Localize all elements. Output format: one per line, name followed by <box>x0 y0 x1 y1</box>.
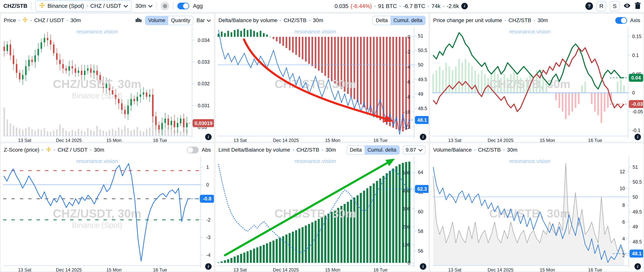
dot-separator <box>54 147 56 153</box>
stat-trades-delta: -2.6k <box>447 3 459 9</box>
svg-text:0.1: 0.1 <box>632 53 639 58</box>
timeframe-dropdown[interactable]: 30m <box>135 3 152 9</box>
binance-icon <box>46 146 52 154</box>
info-icon[interactable] <box>420 263 426 270</box>
dot-separator <box>428 3 429 9</box>
volume-bars-icon[interactable] <box>136 17 142 24</box>
trash-icon[interactable] <box>634 2 641 10</box>
svg-text:13 Sat: 13 Sat <box>18 267 32 272</box>
svg-text:12: 12 <box>620 169 625 174</box>
market-selector-dropdown[interactable]: Binance (Spot) CHZ / USDT <box>36 1 132 12</box>
eye-icon[interactable] <box>623 3 631 10</box>
toggle-knob <box>183 3 188 9</box>
chevron-down-icon <box>148 3 153 9</box>
svg-text:48.1: 48.1 <box>632 251 642 256</box>
dot-separator <box>280 17 282 24</box>
toggle-knob <box>621 18 626 23</box>
svg-text:-10: -10 <box>404 109 410 115</box>
divider <box>31 2 32 10</box>
svg-text:64: 64 <box>418 169 423 175</box>
svg-text:15 Mon: 15 Mon <box>325 267 340 272</box>
svg-text:10: 10 <box>620 186 625 191</box>
volume-balance-chart[interactable]: resonance.visionCHZ/STB, 30m13 SatDec 14… <box>430 155 643 272</box>
pair-label: CHZ / USDT <box>90 3 122 9</box>
panel-title: Z-Score (price) <box>4 147 40 153</box>
zscore-chart[interactable]: resonance.visionCHZ/USDT, 30mBinance (Sp… <box>1 155 214 272</box>
info-icon[interactable] <box>420 134 426 140</box>
axis-toggle[interactable] <box>615 17 627 24</box>
svg-text:-0.03: -0.03 <box>632 101 643 107</box>
timeframe-label: 30m <box>135 3 146 9</box>
limit-delta-chart[interactable]: resonance.visionCHZ/STB, 30m13 SatDec 14… <box>216 155 428 272</box>
agg-toggle[interactable] <box>177 3 189 9</box>
svg-text:0: 0 <box>206 182 209 187</box>
svg-text:48.1: 48.1 <box>417 117 427 123</box>
panel-title: Delta/Balance by volume <box>218 17 278 24</box>
info-icon[interactable] <box>634 263 641 270</box>
svg-text:-12: -12 <box>404 124 410 130</box>
dot-separator <box>90 147 92 153</box>
abs-toggle[interactable] <box>187 147 199 153</box>
help-button[interactable]: ? <box>586 2 593 10</box>
dot-separator <box>504 17 506 24</box>
svg-text:60: 60 <box>418 209 423 214</box>
svg-text:62.3: 62.3 <box>417 186 427 192</box>
svg-text:50.5: 50.5 <box>632 179 642 185</box>
panel-symbol: CHZ/STB <box>296 147 319 153</box>
svg-text:-2: -2 <box>206 217 210 222</box>
dot-separator <box>86 3 88 9</box>
stat-change-pct: (-6.44%) <box>351 3 372 9</box>
svg-text:-2: -2 <box>406 49 410 55</box>
info-icon[interactable] <box>634 134 641 140</box>
dot-separator <box>503 147 505 153</box>
price-change-chart[interactable]: resonance.visionCHZ/STB, 30m13 SatDec 14… <box>430 25 643 143</box>
svg-text:49: 49 <box>418 91 423 97</box>
segment-quantity[interactable]: Quantity <box>168 16 193 25</box>
stat-volume: 91 BTC <box>378 3 397 9</box>
s-button[interactable]: S <box>610 1 620 11</box>
stat-price: 0.035 <box>334 3 348 9</box>
panel-title: Price <box>4 17 16 24</box>
segment-cumul-delta[interactable]: Cumul. delta <box>365 146 399 154</box>
svg-text:4: 4 <box>622 236 625 241</box>
r-button[interactable]: R <box>596 1 606 11</box>
svg-text:48.5: 48.5 <box>418 106 427 111</box>
divider <box>173 2 174 10</box>
svg-text:56: 56 <box>418 248 423 253</box>
segment-volume[interactable]: Volume <box>146 16 168 25</box>
svg-text:13 Sat: 13 Sat <box>234 138 247 143</box>
bar-style-dropdown[interactable]: Bar <box>196 17 211 24</box>
svg-text:CHZ/STB, 30m: CHZ/STB, 30m <box>274 77 356 91</box>
info-icon[interactable]: i <box>461 3 468 9</box>
svg-text:50.5: 50.5 <box>418 48 427 53</box>
abs-toggle-label: Abs <box>202 147 211 153</box>
info-icon[interactable] <box>205 134 212 140</box>
top-toolbar: CHZ/STB Binance (Spot) CHZ / USDT 30m Ag… <box>0 0 644 12</box>
panel-symbol: CHZ / USDT <box>34 17 64 24</box>
axis-toggle-label: Axis <box>630 17 640 24</box>
info-icon[interactable] <box>205 263 212 270</box>
panel-timeframe: 30m <box>326 147 336 153</box>
svg-text:-0.1: -0.1 <box>632 128 640 133</box>
dot-separator <box>66 17 68 24</box>
svg-text:51: 51 <box>418 33 423 39</box>
svg-text:16 Tue: 16 Tue <box>588 267 602 272</box>
record-button[interactable] <box>160 2 169 11</box>
segment-delta[interactable]: Delta <box>347 146 365 154</box>
svg-text:13 Sat: 13 Sat <box>448 138 462 143</box>
svg-text:-3: -3 <box>206 235 210 240</box>
dot-separator <box>399 3 401 9</box>
panel-title: Volume/Balance <box>433 147 472 153</box>
svg-text:0: 0 <box>632 90 635 95</box>
panel-symbol: CHZ / USDT <box>58 147 88 153</box>
segment-delta[interactable]: Delta <box>373 16 390 25</box>
segment-cumul-delta[interactable]: Cumul. delta <box>390 16 425 25</box>
dot-separator <box>30 17 32 24</box>
price-candlestick-chart[interactable]: resonance.visionCHZ/USDT, 30mBinance (Sp… <box>1 25 214 143</box>
threshold-value-dropdown[interactable]: 9.87 <box>403 146 426 154</box>
dot-separator <box>374 3 376 9</box>
svg-text:58: 58 <box>418 228 423 234</box>
svg-text:Binance (Spot): Binance (Spot) <box>72 91 122 100</box>
delta-balance-chart[interactable]: resonance.visionCHZ/STB, 30m13 SatDec 14… <box>216 25 428 143</box>
svg-text:0.031: 0.031 <box>198 103 210 108</box>
